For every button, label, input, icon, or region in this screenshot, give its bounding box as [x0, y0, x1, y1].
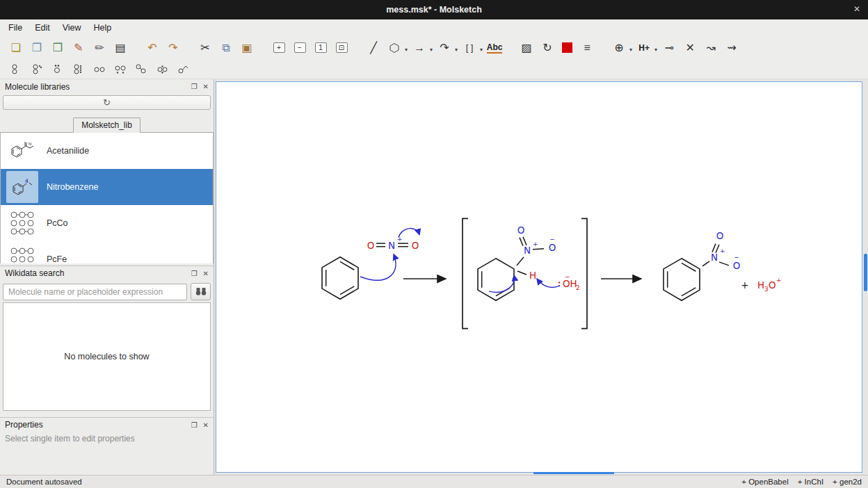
copy-icon[interactable]: ⧉ — [218, 40, 234, 56]
list-item-nitrobenzene[interactable]: N Nitrobenzene — [1, 169, 213, 205]
cut-icon[interactable]: ✂ — [197, 40, 214, 56]
charge-tool-icon[interactable]: ⊕ — [611, 40, 627, 56]
template-tool-icon-2[interactable] — [29, 61, 45, 78]
hydrogen-tool-icon[interactable]: H+ — [636, 40, 652, 56]
close-icon[interactable]: ✕ — [853, 4, 860, 14]
template-tool-icon-9[interactable] — [175, 61, 191, 78]
reactant-benzene[interactable] — [322, 257, 358, 299]
menu-view[interactable]: View — [56, 21, 88, 35]
product-nitrobenzene[interactable]: N + O O − — [664, 230, 740, 301]
hydronium-o[interactable]: O — [769, 279, 776, 291]
wikidata-search-input[interactable] — [3, 284, 187, 300]
reaction-arrow-tool-icon[interactable]: → — [411, 40, 428, 56]
wikidata-close-icon[interactable]: ✕ — [203, 270, 209, 277]
arenium-o-top[interactable]: O — [517, 225, 525, 236]
libraries-float-icon[interactable]: ❐ — [191, 83, 198, 90]
arenium-o-side[interactable]: O — [549, 242, 556, 253]
status-message: Document autosaved — [6, 478, 82, 486]
list-item-pcco[interactable]: PcCo — [1, 205, 213, 241]
template-toolbar — [0, 60, 868, 79]
charge-dropdown-icon[interactable]: ▾ — [629, 47, 632, 53]
zoom-fit-icon[interactable]: ⊡ — [333, 40, 350, 56]
arenium-h[interactable]: H — [529, 270, 536, 281]
arenium-intermediate[interactable]: N + O O − H — [478, 225, 556, 301]
list-item-pcfe[interactable]: PcFe — [1, 241, 213, 263]
template-tool-icon-5[interactable] — [91, 61, 108, 78]
ring-tool-icon[interactable] — [386, 40, 403, 56]
wikidata-float-icon[interactable]: ❐ — [191, 270, 198, 277]
product-o-top[interactable]: O — [716, 230, 724, 241]
status-toggle-gen2d[interactable]: + gen2d — [833, 478, 862, 486]
hydronium-h[interactable]: H — [757, 279, 764, 291]
template-tool-icon-1[interactable] — [8, 61, 24, 78]
nitronium-o2[interactable]: O — [412, 240, 419, 251]
drawing-canvas[interactable]: O N + O — [216, 81, 862, 473]
current-color-swatch[interactable] — [562, 42, 572, 53]
nitronium-o1[interactable]: O — [367, 240, 375, 251]
window-title: mess.msk* - Molsketch — [386, 5, 482, 15]
redo-icon[interactable]: ↷ — [165, 40, 182, 56]
nitronium-ion[interactable]: O N + O — [367, 236, 419, 251]
template-tool-icon-3[interactable] — [49, 61, 66, 78]
zoom-original-icon[interactable]: 1 — [312, 40, 329, 56]
properties-float-icon[interactable]: ❐ — [191, 421, 198, 429]
water-minus: − — [565, 273, 570, 280]
electron-arrow-water-to-h[interactable] — [537, 279, 560, 287]
arenium-n[interactable]: N — [524, 245, 531, 256]
properties-close-icon[interactable]: ✕ — [203, 421, 209, 429]
text-tool-icon[interactable]: Abc — [486, 40, 503, 56]
product-n[interactable]: N — [711, 252, 718, 263]
line-width-icon[interactable]: ≡ — [579, 40, 595, 56]
save-icon[interactable]: ❒ — [49, 40, 66, 56]
menu-file[interactable]: File — [2, 21, 29, 35]
optimize-structure-icon[interactable]: ↻ — [539, 40, 556, 56]
bracket-tool-icon[interactable]: [ ] — [461, 40, 478, 56]
undo-icon[interactable]: ↶ — [144, 40, 161, 56]
list-item-acetanilide[interactable]: N Acetanilide — [1, 133, 213, 169]
menu-help[interactable]: Help — [88, 21, 118, 35]
paste-icon[interactable]: ▣ — [239, 40, 255, 56]
template-tool-icon-8[interactable] — [154, 61, 170, 78]
new-document-icon[interactable]: ❏ — [8, 40, 24, 56]
water-base[interactable]: OH 2 − — [558, 273, 580, 291]
arrow-dropdown-icon[interactable]: ▾ — [430, 47, 433, 53]
wikidata-search-row — [0, 280, 214, 302]
product-o-side[interactable]: O — [733, 260, 741, 271]
electron-arrow-ring-to-n[interactable] — [360, 254, 396, 280]
libraries-close-icon[interactable]: ✕ — [203, 83, 209, 90]
status-toggle-openbabel[interactable]: + OpenBabel — [741, 478, 788, 486]
bracket-left[interactable] — [463, 218, 468, 328]
mechanism-pen-1-icon[interactable]: ↝ — [702, 40, 719, 56]
vertical-scrollbar[interactable] — [864, 254, 867, 291]
zoom-out-icon[interactable]: − — [291, 40, 308, 56]
tab-molsketch-lib[interactable]: Molsketch_lib — [73, 117, 140, 133]
mechanism-pen-2-icon[interactable]: ⇝ — [723, 40, 740, 56]
connect-tool-icon[interactable]: ⊸ — [661, 40, 677, 56]
hydrogen-dropdown-icon[interactable]: ▾ — [654, 47, 657, 53]
bracket-right[interactable] — [581, 218, 587, 328]
draw-bond-icon[interactable]: ╱ — [365, 40, 382, 56]
zoom-in-icon[interactable]: + — [271, 40, 287, 56]
nitronium-n[interactable]: N — [388, 240, 395, 251]
template-tool-icon-4[interactable] — [70, 61, 87, 78]
open-file-icon[interactable]: ❐ — [29, 40, 45, 56]
ring-dropdown-icon[interactable]: ▾ — [405, 47, 408, 53]
menu-edit[interactable]: Edit — [29, 21, 56, 35]
wikidata-search-button[interactable] — [191, 283, 211, 300]
refresh-libraries-button[interactable]: ↻ — [3, 95, 211, 110]
horizontal-scrollbar[interactable] — [533, 472, 614, 474]
save-as-icon[interactable]: ✎ — [70, 40, 87, 56]
template-tool-icon-6[interactable] — [112, 61, 129, 78]
export-icon[interactable]: ✏ — [91, 40, 108, 56]
bracket-dropdown-icon[interactable]: ▾ — [480, 47, 483, 53]
print-icon[interactable]: ▤ — [112, 40, 129, 56]
mechanism-dropdown-icon[interactable]: ▾ — [455, 47, 458, 53]
hydronium-ion[interactable]: H 3 O + — [757, 277, 782, 293]
template-tool-icon-7[interactable] — [133, 61, 150, 78]
properties-panel-title: Properties — [5, 420, 186, 430]
delete-tool-icon[interactable]: ✕ — [682, 40, 698, 56]
mechanism-arrow-tool-icon[interactable]: ↷ — [436, 40, 453, 56]
hatch-tool-icon[interactable]: ▨ — [518, 40, 535, 56]
status-toggle-inchi[interactable]: + InChI — [798, 478, 823, 486]
electron-arrow-ring-to-h[interactable] — [489, 275, 514, 292]
